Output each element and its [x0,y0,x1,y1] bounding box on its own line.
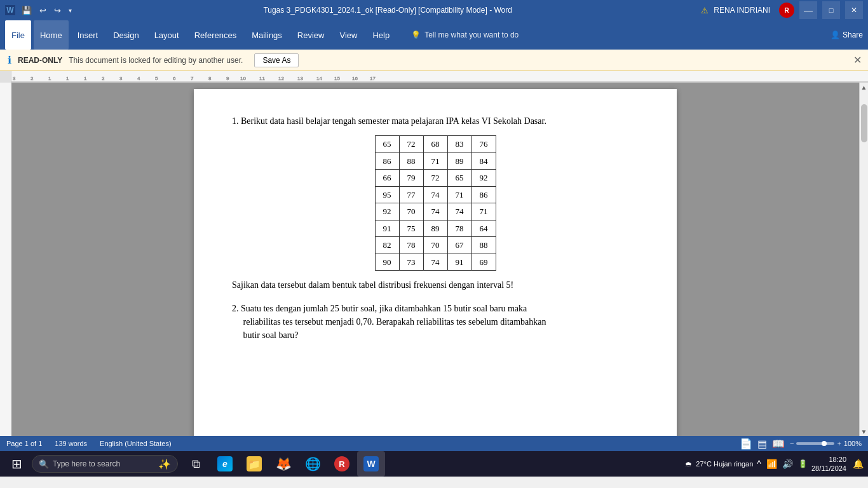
tell-me-text[interactable]: Tell me what you want to do [424,30,519,39]
tab-view[interactable]: View [333,20,363,50]
tab-references[interactable]: References [188,20,243,50]
tab-review[interactable]: Review [291,20,331,50]
warning-icon: ⚠ [701,6,709,15]
tab-design[interactable]: Design [107,20,145,50]
doc-view-read[interactable]: 📖 [772,438,785,450]
zoom-level: 100% [844,440,862,447]
question-1: 1. Berikut data hasil belajar tengah sem… [232,114,639,292]
word-icon: W [5,5,15,15]
redo-button[interactable]: ↪ [51,4,64,17]
svg-text:2: 2 [31,76,34,81]
table-cell: 83 [447,136,471,153]
zoom-in-button[interactable]: + [837,440,841,447]
username: RENA INDRIANI [714,6,770,15]
svg-text:13: 13 [297,76,303,81]
scroll-up-button[interactable]: ▲ [860,83,869,92]
tray-expand[interactable]: ^ [757,459,761,469]
zoom-slider[interactable] [796,442,834,445]
doc-view-print[interactable]: 📄 [740,438,752,450]
volume-icon[interactable]: 🔊 [782,459,793,469]
question-1-text: 1. Berikut data hasil belajar tengah sem… [232,114,639,128]
search-placeholder-text: Type here to search [53,459,120,468]
vertical-scrollbar[interactable]: ▲ ▼ [859,83,868,436]
table-cell: 89 [447,152,471,170]
readonly-label: READ-ONLY [18,56,62,65]
zoom-control[interactable]: − + 100% [790,440,862,447]
question-1-suffix: Sajikan data tersebut dalam bentuk tabel… [232,278,639,292]
document-scroll-area[interactable]: 1. Berikut data hasil belajar tengah sem… [11,83,859,436]
taskbar-search-box[interactable]: 🔍 Type here to search ✨ [32,455,178,473]
svg-text:14: 14 [316,76,322,81]
title-bar: W 💾 ↩ ↪ ▾ Tugas 3_PDGK4301_2024.1_ok [Re… [0,0,868,20]
table-cell: 75 [399,220,423,237]
zoom-out-button[interactable]: − [790,440,794,447]
customize-qa-button[interactable]: ▾ [66,6,74,15]
clock[interactable]: 18:20 28/11/2024 [811,455,846,473]
table-cell: 73 [399,254,423,271]
word-app[interactable]: W [357,451,385,477]
table-row: 6572688376 [375,136,496,153]
ruler-horizontal: 3 2 1 1 1 2 3 4 5 6 7 8 9 10 11 12 13 14… [11,71,868,82]
table-cell: 71 [471,203,496,220]
language: English (United States) [100,440,172,447]
tab-insert[interactable]: Insert [71,20,105,50]
taskview-button[interactable]: ⧉ [182,451,210,477]
svg-text:3: 3 [119,76,123,81]
table-cell: 92 [471,170,496,187]
save-as-button[interactable]: Save As [254,53,299,67]
file-explorer-app[interactable]: 📁 [240,451,268,477]
minimize-button[interactable]: — [799,1,817,19]
table-cell: 91 [375,220,399,237]
tab-home[interactable]: Home [34,20,69,50]
restore-button[interactable]: □ [822,1,840,19]
table-row: 9270747471 [375,203,496,220]
undo-button[interactable]: ↩ [37,4,49,17]
scroll-down-button[interactable]: ▼ [860,427,869,436]
weather-icon: 🌧 [685,460,692,468]
table-row: 9577747186 [375,186,496,203]
unknown-red-app[interactable]: R [328,451,356,477]
question-2: 2. Suatu tes dengan jumlah 25 butir soal… [232,302,639,342]
share-button[interactable]: 👤 Share [831,30,863,39]
info-icon: ℹ [8,54,11,66]
zoom-thumb [822,441,827,446]
svg-text:4: 4 [137,76,140,81]
table-cell: 90 [375,254,399,271]
svg-text:1: 1 [48,76,51,81]
tab-help[interactable]: Help [366,20,396,50]
user-avatar[interactable]: R [779,3,794,18]
table-cell: 71 [447,186,471,203]
lightbulb-icon: 💡 [411,30,421,39]
table-row: 9175897864 [375,220,496,237]
svg-text:10: 10 [240,76,246,81]
close-button[interactable]: ✕ [845,1,863,19]
ruler-vertical [0,83,11,436]
notification-center-button[interactable]: 🔔 [850,456,865,471]
svg-text:8: 8 [208,76,212,81]
sparkle-icon: ✨ [158,458,171,470]
tab-layout[interactable]: Layout [148,20,186,50]
table-cell: 68 [423,136,447,153]
tab-file[interactable]: File [5,20,31,50]
table-cell: 88 [399,152,423,170]
table-row: 8278706788 [375,237,496,254]
svg-text:1: 1 [84,76,87,81]
notification-bar: ℹ READ-ONLY This document is locked for … [0,50,868,71]
firefox-app[interactable]: 🦊 [269,451,297,477]
ruler-corner [0,71,11,83]
table-cell: 77 [399,186,423,203]
tab-mailings[interactable]: Mailings [245,20,288,50]
save-qa-button[interactable]: 💾 [19,4,34,17]
table-cell: 95 [375,186,399,203]
chrome-app[interactable]: 🌐 [299,451,327,477]
scrollbar-thumb[interactable] [861,104,867,142]
table-cell: 74 [423,186,447,203]
network-icon[interactable]: 📶 [766,459,777,469]
start-button[interactable]: ⊞ [3,451,31,477]
notification-close-button[interactable]: ✕ [853,54,862,66]
doc-view-web[interactable]: ▤ [757,438,767,450]
page-count: Page 1 of 1 [6,440,42,447]
tell-me-box[interactable]: 💡 Tell me what you want to do [411,30,519,39]
main-area: 1. Berikut data hasil belajar tengah sem… [0,83,868,436]
edge-app[interactable]: e [211,451,239,477]
